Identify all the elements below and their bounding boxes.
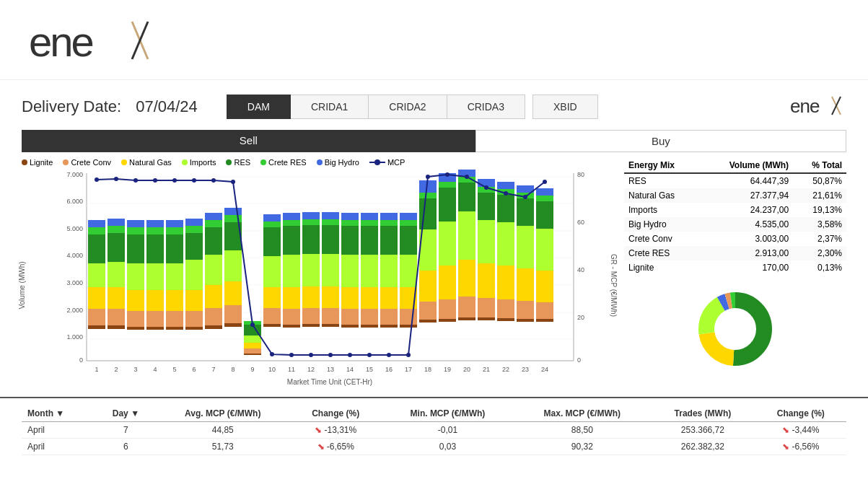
svg-rect-35 [88, 220, 105, 227]
svg-rect-54 [146, 234, 164, 263]
tab-bar: DAM CRIDA1 CRIDA2 CRIDA3 XBID [227, 95, 598, 119]
svg-point-206 [289, 353, 294, 357]
down-arrow-icon: ⬊ [315, 425, 322, 435]
legend-res-label: RES [234, 158, 250, 167]
svg-rect-120 [341, 309, 359, 325]
svg-point-214 [445, 172, 450, 177]
svg-point-203 [231, 180, 235, 184]
bars [88, 170, 553, 355]
svg-rect-178 [497, 222, 514, 266]
svg-point-201 [192, 178, 196, 183]
svg-rect-186 [517, 198, 534, 226]
svg-rect-102 [283, 226, 300, 255]
col-day[interactable]: Day ▼ [96, 405, 155, 422]
svg-rect-76 [205, 220, 222, 227]
svg-rect-162 [458, 297, 475, 317]
svg-rect-50 [146, 327, 164, 330]
svg-rect-85 [244, 354, 261, 355]
svg-rect-67 [185, 260, 203, 290]
svg-rect-139 [380, 213, 398, 220]
svg-rect-30 [88, 309, 105, 325]
tab-crida1[interactable]: CRIDA1 [291, 95, 369, 119]
svg-rect-65 [185, 311, 203, 327]
svg-rect-155 [439, 299, 456, 319]
tab-xbid[interactable]: XBID [532, 95, 598, 119]
energy-table-row: Big Hydro 4.535,00 3,58% [624, 217, 846, 232]
svg-rect-96 [263, 221, 281, 227]
main-content: Lignite Crete Conv Natural Gas Imports R… [0, 152, 868, 393]
svg-text:13: 13 [327, 366, 334, 373]
svg-point-205 [270, 352, 274, 356]
energy-pct: 2,30% [793, 246, 846, 260]
row-month: April [22, 439, 96, 455]
row-day: 6 [96, 439, 155, 455]
svg-rect-149 [419, 271, 437, 302]
energy-volume: 27.377,94 [699, 188, 793, 203]
legend-crete-res-label: Crete RES [268, 158, 307, 167]
energy-volume: 170,00 [699, 260, 793, 275]
svg-rect-40 [108, 233, 125, 262]
energy-pct: 50,87% [793, 173, 846, 188]
col-trades[interactable]: Trades (MWh) [650, 405, 755, 422]
svg-rect-99 [283, 309, 300, 325]
svg-rect-138 [380, 220, 398, 226]
svg-text:Market Time Unit (CET-Hr): Market Time Unit (CET-Hr) [287, 378, 372, 386]
svg-text:60: 60 [577, 219, 584, 226]
svg-rect-71 [205, 325, 222, 329]
svg-text:3: 3 [133, 366, 137, 373]
row-change2: ⬊ -3,44% [755, 422, 846, 439]
svg-rect-61 [166, 234, 183, 263]
col-change1[interactable]: Change (%) [290, 405, 381, 422]
svg-point-196 [95, 177, 99, 182]
col-pct-total: % Total [793, 158, 846, 173]
y-label-right: GR - MCP (€/MWh) [610, 254, 618, 317]
col-max-mcp[interactable]: Max. MCP (€/MWh) [514, 405, 650, 422]
col-month[interactable]: Month ▼ [22, 405, 96, 422]
svg-text:4: 4 [153, 366, 157, 373]
svg-rect-70 [185, 219, 203, 226]
y-axis-right: 80 60 40 20 0 [574, 171, 584, 364]
svg-text:1: 1 [95, 366, 98, 373]
svg-rect-51 [146, 311, 164, 327]
down-arrow-icon2: ⬊ [782, 442, 789, 452]
svg-point-209 [348, 353, 352, 357]
svg-rect-109 [302, 225, 320, 254]
svg-text:80: 80 [577, 171, 584, 178]
svg-rect-46 [127, 263, 144, 290]
legend-res: RES [226, 158, 250, 167]
delivery-label: Delivery Date: [22, 97, 121, 116]
svg-text:3.000: 3.000 [66, 279, 83, 286]
energy-volume: 4.535,00 [699, 217, 793, 232]
svg-rect-191 [536, 271, 553, 302]
tab-dam[interactable]: DAM [227, 95, 291, 119]
svg-rect-159 [439, 182, 456, 188]
svg-rect-113 [322, 308, 339, 324]
col-avg-mcp[interactable]: Avg. MCP (€/MWh) [155, 405, 290, 422]
svg-text:22: 22 [502, 366, 509, 373]
energy-table-row: Crete RES 2.913,00 2,30% [624, 246, 846, 260]
svg-rect-73 [205, 285, 222, 308]
svg-point-218 [523, 195, 527, 199]
svg-text:4.000: 4.000 [66, 252, 83, 259]
tab-crida2[interactable]: CRIDA2 [369, 95, 447, 119]
svg-rect-122 [341, 255, 359, 287]
svg-point-204 [250, 323, 255, 327]
svg-point-219 [543, 180, 547, 184]
legend-crete-res: Crete RES [260, 158, 307, 167]
svg-rect-63 [166, 220, 183, 227]
crete-res-dot [260, 159, 266, 165]
energy-name: Crete Conv [624, 232, 699, 246]
bar-4 [146, 220, 164, 330]
svg-rect-124 [341, 220, 359, 226]
svg-rect-42 [108, 219, 125, 226]
svg-rect-33 [88, 234, 105, 263]
svg-rect-118 [322, 212, 339, 219]
bar-13 [322, 212, 339, 327]
bottom-table-row: April 6 51,73 ⬊ -6,65% 0,03 90,32 262.38… [22, 439, 846, 455]
tab-crida3[interactable]: CRIDA3 [447, 95, 525, 119]
chart-legend: Lignite Crete Conv Natural Gas Imports R… [22, 152, 617, 170]
col-min-mcp[interactable]: Min. MCP (€/MWh) [381, 405, 514, 422]
svg-rect-184 [517, 268, 534, 301]
col-change2[interactable]: Change (%) [755, 405, 846, 422]
svg-rect-84 [224, 208, 242, 215]
